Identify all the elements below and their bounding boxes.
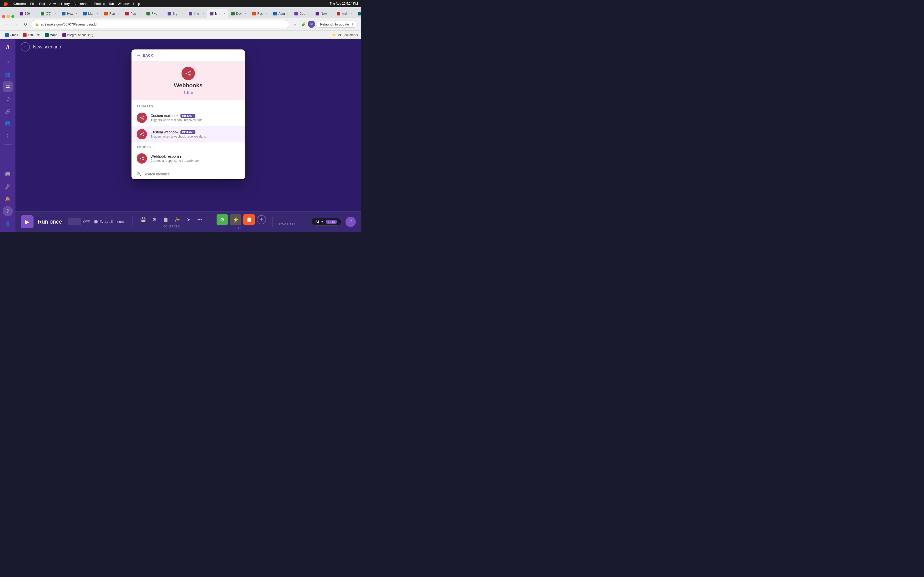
svg-line-18 xyxy=(141,157,143,158)
tab-close-14[interactable]: × xyxy=(308,12,310,15)
notes-icon[interactable]: 📋 xyxy=(162,216,170,224)
tab-1[interactable]: 369 × xyxy=(17,9,38,18)
webhook-panel: ← BACK Webhooks Built-in xyxy=(131,50,245,179)
tab-close-11[interactable]: × xyxy=(245,12,247,15)
settings-icon[interactable]: ⚙ xyxy=(150,216,158,224)
bookmark-star-icon[interactable]: ☆ xyxy=(291,21,299,28)
menu-help[interactable]: Help xyxy=(133,2,140,6)
sidebar-item-connections[interactable]: 🔗 xyxy=(3,106,13,116)
sidebar-item-home[interactable]: ⌂ xyxy=(3,56,13,67)
magic-icon[interactable]: ✨ xyxy=(173,216,181,224)
tab-close-2[interactable]: × xyxy=(54,12,56,15)
tab-15[interactable]: New × xyxy=(313,9,334,18)
tab-6[interactable]: Pop × xyxy=(123,9,143,18)
sidebar-divider xyxy=(4,144,11,145)
tab-16[interactable]: Ard × xyxy=(334,9,355,18)
module-custom-webhook[interactable]: Custom webhook INSTANT Triggers when a w… xyxy=(131,126,245,142)
sidebar-item-deploy[interactable]: 🚀 xyxy=(3,181,13,192)
tab-9[interactable]: Inte × xyxy=(186,9,207,18)
sidebar-item-more[interactable]: ⋮ xyxy=(3,131,13,141)
sidebar-item-notifications[interactable]: 🔔 xyxy=(3,194,13,204)
sidebar-item-help[interactable]: ? xyxy=(3,206,13,216)
sidebar-logo[interactable]: // xyxy=(3,42,13,53)
tab-close-7[interactable]: × xyxy=(160,12,162,15)
back-nav-btn[interactable]: ← xyxy=(3,21,10,28)
docs-icon: 📖 xyxy=(5,171,11,177)
tool-connect-btn[interactable]: ⚡ xyxy=(230,214,241,226)
tab-close-3[interactable]: × xyxy=(76,12,78,15)
bookmark-maps[interactable]: Maps xyxy=(43,32,59,38)
apple-menu[interactable]: 🍎 xyxy=(3,1,8,6)
tab-4[interactable]: Mai × xyxy=(81,9,101,18)
search-modules-input[interactable] xyxy=(144,172,240,176)
relaunch-btn[interactable]: Relaunch to update ⋮ xyxy=(316,21,358,27)
menu-tab[interactable]: Tab xyxy=(108,2,114,6)
sidebar-item-profile[interactable]: 👤 xyxy=(3,218,13,229)
tab-14[interactable]: Cou × xyxy=(292,9,312,18)
dots-icon[interactable]: ••• xyxy=(195,216,204,224)
minimize-btn[interactable] xyxy=(7,15,10,18)
webhook-back-row[interactable]: ← BACK xyxy=(131,50,245,61)
tab-7[interactable]: Five × xyxy=(144,9,165,18)
menu-bookmarks[interactable]: Bookmarks xyxy=(73,2,90,6)
tab-close-6[interactable]: × xyxy=(139,12,141,15)
menu-edit[interactable]: Edit xyxy=(39,2,45,6)
tab-8[interactable]: Sig × xyxy=(165,9,186,18)
extensions-icon[interactable]: 🧩 xyxy=(300,21,307,28)
refresh-btn[interactable]: ↻ xyxy=(22,21,29,28)
save-icon[interactable]: 💾 xyxy=(139,216,147,224)
sidebar-item-templates[interactable]: ⬡ xyxy=(3,94,13,104)
tab-close-15[interactable]: × xyxy=(329,12,331,15)
menu-view[interactable]: View xyxy=(48,2,56,6)
menu-window[interactable]: Window xyxy=(118,2,129,6)
sidebar-item-scenarios[interactable]: ⇄ xyxy=(3,81,13,92)
tools-label: TOOLS xyxy=(236,226,247,229)
module-webhook-response[interactable]: Webhook response Creates a response to t… xyxy=(131,150,245,167)
tab-2[interactable]: (75) × xyxy=(38,9,59,18)
sidebar-item-team[interactable]: 👥 xyxy=(3,69,13,79)
tab-17[interactable]: hoo × xyxy=(355,9,361,18)
tab-11[interactable]: Dev × xyxy=(228,9,249,18)
bookmark-integral[interactable]: integral of-cos(x^2) xyxy=(60,32,95,38)
forward-nav-btn[interactable]: → xyxy=(12,21,19,28)
profile-btn[interactable]: N xyxy=(308,21,315,28)
tab-close-13[interactable]: × xyxy=(287,12,289,15)
menu-profiles[interactable]: Profiles xyxy=(94,2,105,6)
sidebar-item-docs[interactable]: 📖 xyxy=(3,169,13,179)
bookmark-gmail[interactable]: Gmail xyxy=(3,32,20,38)
tool-run-btn[interactable]: ⚙ xyxy=(216,214,228,226)
all-bookmarks[interactable]: 📁 All Bookmarks xyxy=(333,33,358,37)
menu-file[interactable]: File xyxy=(30,2,36,6)
bookmark-youtube[interactable]: YouTube xyxy=(21,32,42,38)
tab-close-16[interactable]: × xyxy=(351,12,352,15)
tab-13[interactable]: Adm × xyxy=(271,9,291,18)
tab-close-8[interactable]: × xyxy=(181,12,183,15)
tool-webhook-btn[interactable]: 📋 xyxy=(243,214,255,226)
tab-close-9[interactable]: × xyxy=(202,12,204,15)
fullscreen-btn[interactable] xyxy=(11,15,15,18)
tab-5[interactable]: Ren × xyxy=(102,9,122,18)
close-window-btn[interactable] xyxy=(2,15,5,18)
mailhook-icon xyxy=(137,113,147,123)
tab-close-12[interactable]: × xyxy=(266,12,268,15)
menu-history[interactable]: History xyxy=(59,2,69,6)
flow-icon[interactable]: ➤ xyxy=(184,216,192,224)
tab-3[interactable]: How × xyxy=(59,9,80,18)
run-once-btn[interactable]: ▶ xyxy=(21,215,34,228)
sidebar-item-webhooks[interactable]: 🌐 xyxy=(3,118,13,129)
toolbar-divider-1 xyxy=(132,217,133,227)
schedule-toggle[interactable] xyxy=(68,218,81,226)
scenario-back-btn[interactable]: ← xyxy=(21,42,30,52)
bookmark-label-gmail: Gmail xyxy=(10,33,18,37)
module-custom-mailhook[interactable]: Custom mailhook INSTANT Triggers when ma… xyxy=(131,110,245,126)
ai-button[interactable]: AI ✦ BETA xyxy=(311,218,341,226)
tool-add-btn[interactable]: + xyxy=(257,215,266,224)
address-input[interactable]: 🔒 eu2.make.com/667076/scenarios/add xyxy=(31,20,289,28)
tab-10-active[interactable]: Make × xyxy=(207,9,228,18)
tab-close-10[interactable]: × xyxy=(223,12,225,15)
tab-close-5[interactable]: × xyxy=(118,12,120,15)
tab-close-1[interactable]: × xyxy=(33,12,35,15)
help-circle-btn[interactable]: ? xyxy=(346,217,356,227)
tab-close-4[interactable]: × xyxy=(97,12,99,15)
tab-12[interactable]: Res × xyxy=(250,9,270,18)
